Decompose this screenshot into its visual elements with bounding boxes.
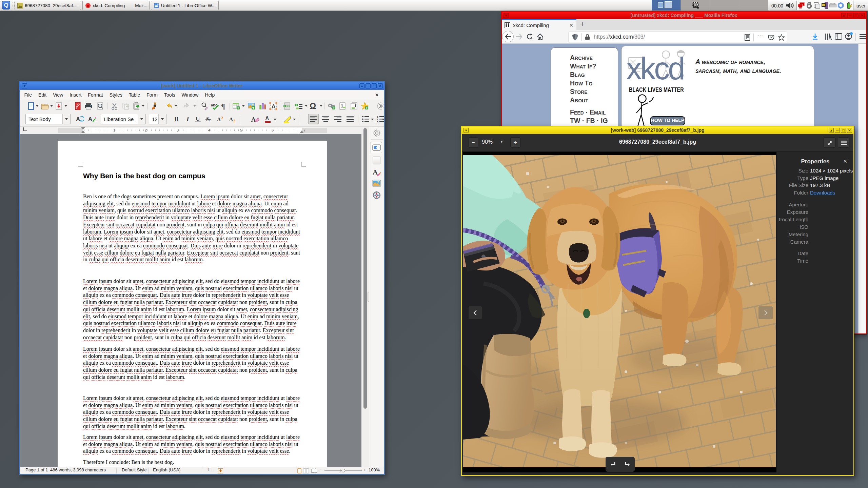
svg-text:2: 2 (221, 116, 223, 120)
svg-text:A: A (272, 103, 276, 110)
svg-text:I: I (186, 116, 189, 123)
svg-text:xkcd: xkcd (626, 51, 684, 86)
svg-text:¶: ¶ (221, 102, 225, 110)
svg-text:B: B (174, 116, 179, 123)
svg-text:abc: abc (211, 103, 217, 107)
svg-text:A: A (265, 116, 269, 121)
svg-text:A: A (217, 117, 221, 122)
svg-text:A: A (76, 116, 80, 122)
svg-text:U: U (196, 116, 200, 122)
svg-text:A: A (251, 116, 256, 123)
svg-text:2: 2 (233, 119, 235, 123)
svg-text:A: A (373, 168, 378, 176)
svg-text:Ω: Ω (310, 102, 316, 110)
svg-text:A: A (229, 117, 233, 122)
svg-text:3: 3 (377, 121, 378, 123)
svg-text:A: A (88, 116, 92, 122)
svg-text:i: i (355, 103, 356, 107)
